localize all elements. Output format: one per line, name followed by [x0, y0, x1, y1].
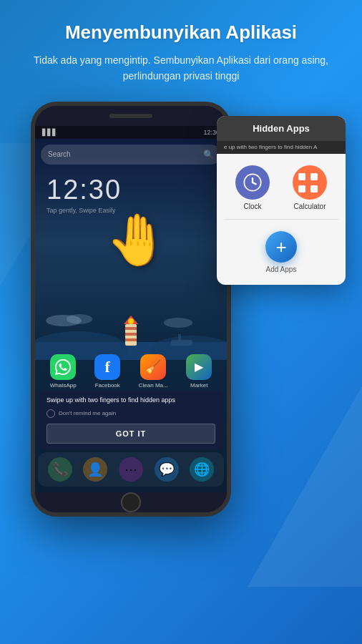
calculator-icon	[293, 165, 327, 200]
hidden-panel-title: Hidden Apps	[217, 116, 346, 141]
phone-clock: 12:30	[47, 175, 122, 205]
list-item[interactable]: Calculator	[293, 165, 327, 210]
market-label: Market	[190, 382, 207, 389]
home-button[interactable]	[121, 492, 141, 512]
app-icons-row: WhatsApp f Facebook 🧹 Clean Ma...	[35, 354, 227, 389]
svg-rect-9	[171, 340, 192, 346]
page-title: Menyembunyikan Aplikasi	[65, 21, 297, 44]
facebook-label: Facebook	[95, 382, 120, 389]
svg-point-12	[67, 314, 92, 324]
add-apps-section[interactable]: + Add Apps	[217, 223, 346, 273]
got-it-button[interactable]: GOT IT	[47, 424, 215, 444]
svg-point-8	[128, 318, 134, 324]
facebook-icon: f	[94, 354, 120, 380]
status-signal: ▋▋▋	[42, 129, 57, 136]
phone-tooltip: Swipe up with two fingers to find hidden…	[39, 390, 222, 449]
whatsapp-icon	[50, 354, 76, 380]
clock-icon	[235, 165, 270, 200]
add-apps-button[interactable]: +	[265, 231, 297, 263]
phone-screen: Search 🔍 12:30 Tap gently, Swipe Easily	[35, 139, 227, 492]
dock-phone-icon[interactable]: 📞	[48, 457, 72, 482]
svg-line-16	[253, 182, 256, 184]
cleanmaster-icon: 🧹	[140, 354, 166, 380]
tooltip-text: Swipe up with two fingers to find hidden…	[47, 396, 215, 405]
list-item[interactable]: 🧹 Clean Ma...	[139, 354, 168, 389]
phone-bottom-bar	[35, 492, 227, 512]
add-apps-label: Add Apps	[266, 265, 297, 273]
checkbox-label: Don't remind me again	[59, 410, 116, 416]
hidden-panel-subtitle: e up with two fingers to find hidden A	[217, 141, 346, 154]
calculator-label: Calculator	[293, 203, 326, 210]
dock-apps-icon[interactable]: ⋯	[119, 457, 143, 482]
hidden-apps-panel: Hidden Apps e up with two fingers to fin…	[217, 116, 346, 285]
phone-dock: 📞 👤 ⋯ 💬 🌐	[38, 452, 224, 487]
search-placeholder: Search	[48, 150, 203, 158]
phone-mockup: ▋▋▋ 12:30 Search 🔍 12:30 Tap gently, Swi…	[31, 102, 231, 517]
dock-browser-icon[interactable]: 🌐	[190, 457, 214, 482]
list-item[interactable]: WhatsApp	[50, 354, 77, 389]
hand-gesture-icon: 🤚	[106, 210, 168, 269]
list-item[interactable]: f Facebook	[94, 354, 120, 389]
phone-speaker	[109, 114, 152, 118]
list-item[interactable]: ▶ Market	[186, 354, 212, 389]
dock-messages-icon[interactable]: 💬	[155, 457, 179, 482]
svg-rect-4	[125, 327, 137, 330]
cleanmaster-label: Clean Ma...	[139, 382, 168, 389]
svg-rect-6	[125, 338, 137, 341]
list-item[interactable]: Clock	[235, 165, 270, 210]
whatsapp-label: WhatsApp	[50, 382, 77, 389]
phone-status-bar: ▋▋▋ 12:30	[35, 126, 227, 139]
search-icon: 🔍	[203, 150, 214, 160]
phone-top-bar	[35, 106, 227, 126]
svg-rect-10	[178, 334, 181, 341]
dock-contacts-icon[interactable]: 👤	[83, 457, 107, 482]
phone-search-bar[interactable]: Search 🔍	[41, 145, 221, 165]
phone-date: Tap gently, Swipe Easily	[47, 207, 115, 214]
hidden-apps-grid: Clock Calculator	[217, 154, 346, 216]
dont-remind-checkbox[interactable]: Don't remind me again	[47, 409, 215, 418]
market-icon: ▶	[186, 354, 212, 380]
checkbox-circle	[47, 409, 55, 418]
svg-point-13	[164, 318, 192, 328]
page-subtitle: Tidak ada yang mengintip. Sembunyikan Ap…	[0, 52, 362, 84]
lighthouse-scene	[35, 310, 227, 360]
clock-label: Clock	[243, 203, 261, 210]
svg-rect-5	[125, 333, 137, 336]
panel-divider	[224, 219, 338, 220]
devices-wrapper: ▋▋▋ 12:30 Search 🔍 12:30 Tap gently, Swi…	[16, 102, 346, 531]
